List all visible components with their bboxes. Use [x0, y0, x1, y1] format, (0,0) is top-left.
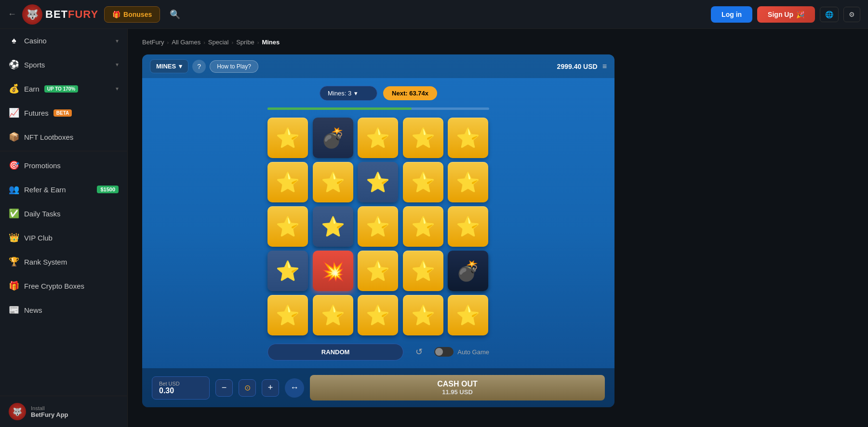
sidebar-item-futures[interactable]: 📈 Futures BETA	[0, 101, 127, 125]
cell-5-4[interactable]: ⭐	[403, 295, 443, 335]
search-icon: 🔍	[170, 10, 180, 19]
signup-label: Sign Up	[768, 11, 793, 18]
refer-badge: $1500	[97, 186, 119, 193]
game-wrapper: MINES ▾ ? How to Play? 2999.40 USD ≡	[142, 54, 614, 407]
cell-4-3[interactable]: ⭐	[358, 251, 398, 291]
earn-badge: UP TO 170%	[44, 85, 79, 93]
help-button[interactable]: ?	[192, 60, 206, 73]
cell-2-4[interactable]: ⭐	[403, 162, 443, 202]
signup-button[interactable]: Sign Up 🎉	[757, 6, 815, 23]
install-app[interactable]: 🐺 Install BetFury App	[0, 396, 127, 427]
breadcrumb-spribe[interactable]: Spribe	[236, 39, 254, 46]
game-menu-button[interactable]: ≡	[602, 62, 607, 71]
sidebar-item-refer-earn[interactable]: 👥 Refer & Earn $1500	[0, 177, 127, 201]
cell-3-1[interactable]: ⭐	[267, 206, 308, 247]
breadcrumb-sep: ›	[167, 40, 169, 45]
bet-plus-button[interactable]: +	[262, 379, 279, 397]
cell-4-2[interactable]: 💥	[313, 251, 353, 291]
cell-3-5[interactable]: ⭐	[448, 206, 488, 247]
chevron-down-icon: ▾	[116, 61, 119, 68]
search-button[interactable]: 🔍	[166, 5, 184, 24]
game-bottom-controls: RANDOM ↺ Auto Game	[267, 343, 489, 360]
sidebar-item-news[interactable]: 📰 News	[0, 298, 127, 322]
progress-bar-container	[267, 107, 489, 110]
bet-field: Bet USD 0.30	[152, 376, 210, 400]
back-button[interactable]: ←	[8, 9, 16, 19]
random-button[interactable]: RANDOM	[267, 344, 403, 360]
cell-1-4[interactable]: ⭐	[403, 118, 443, 158]
game-select[interactable]: MINES ▾	[150, 59, 188, 73]
coin-button[interactable]: ⊙	[239, 379, 256, 397]
rank-icon: 🏆	[9, 256, 19, 267]
header-right: Log in Sign Up 🎉 🌐 ⚙	[711, 6, 860, 23]
sidebar-item-label: Free Crypto Boxes	[24, 282, 84, 290]
cell-2-1[interactable]: ⭐	[267, 162, 308, 202]
swap-button[interactable]: ↔	[285, 378, 304, 398]
sidebar-item-promotions[interactable]: 🎯 Promotions	[0, 153, 127, 177]
cell-5-2[interactable]: ⭐	[313, 295, 353, 335]
sidebar-item-earn[interactable]: 💰 Earn UP TO 170% ▾	[0, 77, 127, 101]
cell-1-2[interactable]: 💣	[313, 118, 353, 158]
cell-1-1[interactable]: ⭐	[267, 118, 308, 158]
auto-game-switch[interactable]	[434, 347, 454, 357]
main-content: BetFury › All Games › Special › Spribe ›…	[128, 29, 868, 427]
cell-5-5[interactable]: ⭐	[448, 295, 488, 335]
sidebar-item-vip-club[interactable]: 👑 VIP Club	[0, 226, 127, 250]
how-to-play-button[interactable]: How to Play?	[210, 60, 258, 73]
mines-select[interactable]: Mines: 3 ▾	[320, 86, 377, 101]
sidebar-item-nft-lootboxes[interactable]: 📦 NFT Lootboxes	[0, 125, 127, 149]
earn-icon: 💰	[9, 83, 19, 94]
sidebar-item-label: Promotions	[24, 161, 61, 170]
balance-display: 2999.40 USD	[557, 63, 598, 70]
bet-minus-button[interactable]: −	[215, 379, 233, 397]
cashout-amount: 11.95 USD	[442, 388, 473, 396]
auto-game-label: Auto Game	[457, 348, 489, 356]
chevron-down-icon: ▾	[116, 85, 119, 92]
bonuses-label: Bonuses	[123, 11, 152, 18]
bet-value: 0.30	[159, 387, 202, 395]
sidebar-item-casino[interactable]: ♠ Casino ▾	[0, 29, 127, 53]
cell-2-3[interactable]: ⭐	[358, 162, 398, 202]
next-multiplier: Next: 63.74x	[383, 86, 437, 100]
cell-1-3[interactable]: ⭐	[358, 118, 398, 158]
settings-button[interactable]: ⚙	[843, 7, 860, 22]
cell-4-1[interactable]: ⭐	[267, 251, 308, 291]
language-button[interactable]: 🌐	[820, 7, 839, 22]
breadcrumb-special[interactable]: Special	[208, 39, 229, 46]
sidebar-item-label: News	[24, 306, 42, 314]
cell-3-2[interactable]: ⭐	[313, 206, 353, 247]
cell-3-3[interactable]: ⭐	[358, 206, 398, 247]
login-button[interactable]: Log in	[711, 6, 752, 23]
sidebar-item-daily-tasks[interactable]: ✅ Daily Tasks	[0, 201, 127, 226]
cell-4-5[interactable]: 💣	[448, 251, 488, 291]
install-avatar: 🐺	[9, 403, 26, 420]
auto-game-toggle: Auto Game	[434, 347, 489, 357]
futures-badge: BETA	[53, 109, 72, 117]
cashout-button[interactable]: CASH OUT 11.95 USD	[310, 375, 605, 400]
install-label: Install	[31, 405, 68, 411]
sidebar-divider	[0, 151, 127, 151]
cell-5-3[interactable]: ⭐	[358, 295, 398, 335]
cell-3-4[interactable]: ⭐	[403, 206, 443, 247]
logo: 🐺 BETFURY	[22, 4, 98, 25]
breadcrumb-betfury[interactable]: BetFury	[142, 39, 164, 46]
bet-label: Bet USD	[159, 381, 202, 387]
sidebar-item-label: Refer & Earn	[24, 186, 66, 194]
cell-1-5[interactable]: ⭐	[448, 118, 488, 158]
logo-icon: 🐺	[22, 4, 42, 25]
sidebar-item-label: Rank System	[24, 258, 67, 266]
mines-grid: ⭐ 💣 ⭐ ⭐ ⭐ ⭐ ⭐ ⭐ ⭐ ⭐ ⭐ ⭐ ⭐ ⭐ ⭐	[267, 118, 489, 335]
header-left: ← 🐺 BETFURY 🎁 Bonuses 🔍	[8, 4, 705, 25]
sidebar-item-rank-system[interactable]: 🏆 Rank System	[0, 250, 127, 274]
sidebar-item-free-crypto-boxes[interactable]: 🎁 Free Crypto Boxes	[0, 274, 127, 298]
cell-2-5[interactable]: ⭐	[448, 162, 488, 202]
refresh-button[interactable]: ↺	[410, 343, 427, 360]
sidebar-item-sports[interactable]: ⚽ Sports ▾	[0, 53, 127, 77]
breadcrumb-all-games[interactable]: All Games	[172, 39, 200, 46]
cell-5-1[interactable]: ⭐	[267, 295, 308, 335]
layout: ♠ Casino ▾ ⚽ Sports ▾ 💰 Earn UP TO 170% …	[0, 29, 868, 427]
promotions-icon: 🎯	[9, 160, 19, 171]
cell-2-2[interactable]: ⭐	[313, 162, 353, 202]
bonuses-button[interactable]: 🎁 Bonuses	[104, 6, 160, 23]
cell-4-4[interactable]: ⭐	[403, 251, 443, 291]
